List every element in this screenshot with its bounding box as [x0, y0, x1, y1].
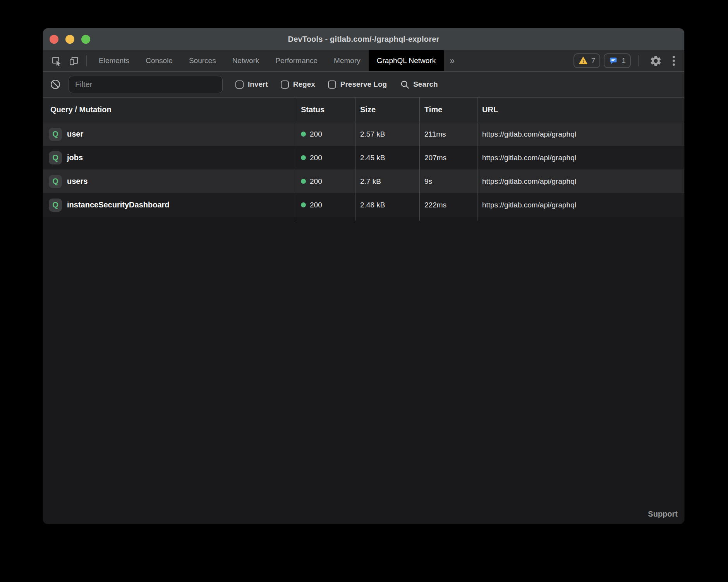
query-name: jobs: [67, 153, 83, 162]
column-header[interactable]: Status: [296, 98, 355, 122]
filter-checkbox-option[interactable]: Regex: [281, 80, 315, 89]
query-type-badge-icon: Q: [49, 175, 62, 188]
toolbar-divider: [86, 55, 87, 66]
status-cell: 200: [296, 193, 355, 217]
checkbox-label: Regex: [293, 80, 315, 89]
kebab-menu-icon: [673, 56, 675, 66]
minimize-window-button[interactable]: [65, 35, 74, 44]
status-cell: 200: [296, 169, 355, 193]
query-cell: Q user: [43, 122, 296, 146]
settings-gear-icon: [649, 55, 662, 67]
checkbox-label: Preserve Log: [340, 80, 387, 89]
query-name: users: [67, 177, 88, 186]
status-code: 200: [310, 201, 322, 209]
issue-count: 1: [622, 56, 626, 65]
maximize-window-button[interactable]: [81, 35, 90, 44]
panel-tab-label: Memory: [334, 56, 361, 65]
column-header-label: Size: [360, 105, 376, 114]
devtools-main-toolbar: Elements Console Sources Network Perform…: [43, 50, 684, 72]
filter-input[interactable]: [69, 76, 223, 93]
column-header[interactable]: Query / Mutation: [43, 98, 296, 122]
traffic-lights: [50, 28, 90, 50]
checkbox-icon: [281, 80, 289, 89]
query-type-badge-icon: Q: [49, 128, 62, 141]
search-control[interactable]: Search: [400, 80, 438, 89]
requests-table: Q user 200 2.57 kB 211ms https://gitlab.…: [43, 122, 684, 217]
settings-button[interactable]: [646, 55, 666, 67]
status-dot-icon: [301, 202, 306, 207]
column-header-label: Time: [424, 105, 442, 114]
column-divider-stubs: [43, 217, 684, 221]
panel-tab[interactable]: Console: [137, 50, 181, 71]
customize-devtools-menu-button[interactable]: [669, 56, 678, 66]
column-header[interactable]: Time: [419, 98, 477, 122]
query-cell: Q users: [43, 169, 296, 193]
warning-icon: [579, 56, 588, 65]
size-cell: 2.57 kB: [355, 122, 419, 146]
inspect-element-button[interactable]: [48, 50, 65, 71]
support-link[interactable]: Support: [648, 510, 678, 519]
checkbox-label: Invert: [248, 80, 268, 89]
table-row[interactable]: Q users 200 2.7 kB 9s https://gitlab.com…: [43, 169, 684, 193]
column-header[interactable]: Size: [355, 98, 419, 122]
panel-tab[interactable]: GraphQL Network: [369, 50, 444, 71]
url-cell: https://gitlab.com/api/graphql: [477, 193, 684, 217]
panel-tab[interactable]: Memory: [326, 50, 369, 71]
time-cell: 207ms: [419, 146, 477, 169]
panel-tab[interactable]: Network: [224, 50, 268, 71]
column-header[interactable]: URL: [477, 98, 684, 122]
table-row[interactable]: Q user 200 2.57 kB 211ms https://gitlab.…: [43, 122, 684, 146]
column-header-label: Status: [301, 105, 325, 114]
panel-tab-label: GraphQL Network: [377, 56, 436, 65]
status-code: 200: [310, 154, 322, 162]
devtools-window: DevTools - gitlab.com/-/graphql-explorer…: [43, 28, 684, 524]
panel-tab-label: Elements: [99, 56, 129, 65]
column-header-label: URL: [482, 105, 498, 114]
issues-bubble-icon: [609, 56, 618, 65]
column-header-label: Query / Mutation: [50, 105, 112, 114]
checkbox-icon: [235, 80, 244, 89]
toolbar-right-tools: 7 1: [573, 50, 684, 71]
query-name: user: [67, 130, 83, 139]
filter-checkbox-option[interactable]: Invert: [235, 80, 268, 89]
status-dot-icon: [301, 132, 306, 137]
size-cell: 2.45 kB: [355, 146, 419, 169]
more-tabs-button[interactable]: »: [444, 50, 460, 71]
query-name: instanceSecurityDashboard: [67, 200, 170, 209]
filter-options: Invert Regex Preserve Log: [223, 80, 387, 89]
table-header: Query / Mutation Status Size Time URL: [43, 98, 684, 122]
warnings-badge[interactable]: 7: [573, 53, 601, 68]
status-code: 200: [310, 177, 322, 186]
time-cell: 9s: [419, 169, 477, 193]
table-row[interactable]: Q jobs 200 2.45 kB 207ms https://gitlab.…: [43, 146, 684, 169]
inspect-icon: [51, 56, 62, 66]
issues-badge[interactable]: 1: [604, 53, 631, 68]
query-cell: Q jobs: [43, 146, 296, 169]
circle-slash-icon: [50, 79, 61, 90]
titlebar: DevTools - gitlab.com/-/graphql-explorer: [43, 28, 684, 50]
toolbar-divider: [638, 55, 639, 66]
time-cell: 211ms: [419, 122, 477, 146]
url-cell: https://gitlab.com/api/graphql: [477, 122, 684, 146]
window-title: DevTools - gitlab.com/-/graphql-explorer: [288, 35, 439, 44]
panel-tab-label: Sources: [189, 56, 216, 65]
close-window-button[interactable]: [50, 35, 58, 44]
url-cell: https://gitlab.com/api/graphql: [477, 146, 684, 169]
table-row[interactable]: Q instanceSecurityDashboard 200 2.48 kB …: [43, 193, 684, 217]
size-cell: 2.48 kB: [355, 193, 419, 217]
status-dot-icon: [301, 155, 306, 160]
status-cell: 200: [296, 146, 355, 169]
status-dot-icon: [301, 179, 306, 184]
panel-tab[interactable]: Elements: [91, 50, 137, 71]
panel-tab-label: Network: [232, 56, 259, 65]
panel-tab[interactable]: Performance: [267, 50, 326, 71]
size-cell: 2.7 kB: [355, 169, 419, 193]
panel-tab-label: Console: [146, 56, 173, 65]
clear-requests-button[interactable]: [48, 79, 62, 90]
toggle-device-toolbar-button[interactable]: [65, 50, 82, 71]
filter-checkbox-option[interactable]: Preserve Log: [328, 80, 387, 89]
url-cell: https://gitlab.com/api/graphql: [477, 169, 684, 193]
status-cell: 200: [296, 122, 355, 146]
panel-body: Support: [43, 221, 684, 524]
panel-tab[interactable]: Sources: [181, 50, 224, 71]
